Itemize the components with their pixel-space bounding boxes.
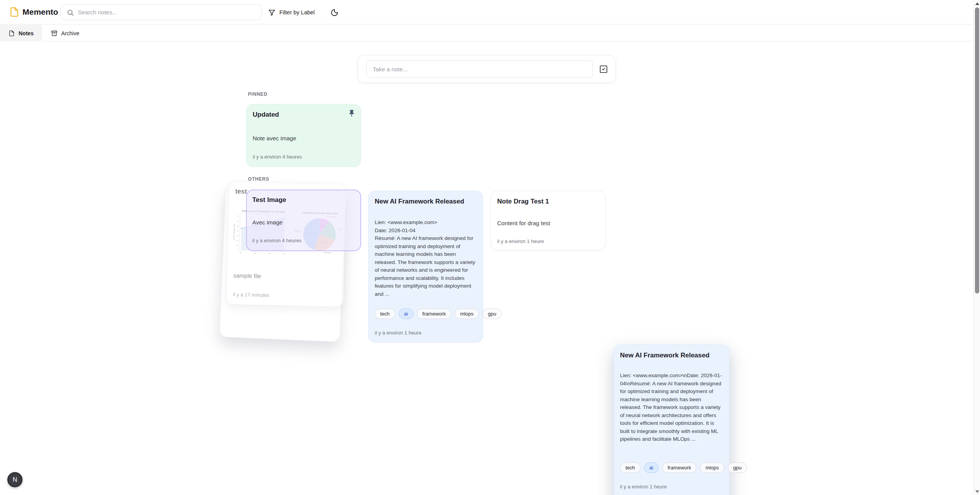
checklist-toggle-button[interactable] (599, 65, 608, 74)
app-title: Memento (22, 7, 58, 17)
note-content: Content for drag test (497, 219, 600, 227)
note-title: Note Drag Test 1 (497, 197, 590, 206)
scrollbar-thumb[interactable] (975, 7, 979, 293)
tag-framework[interactable]: framework (417, 309, 451, 319)
note-content: sample file (233, 271, 338, 282)
note-title: New AI Framework Released (620, 351, 714, 360)
header: Memento Filter by Label (0, 0, 980, 24)
note-title: Test Image (252, 196, 345, 204)
moon-icon (331, 9, 339, 17)
tag-tech[interactable]: tech (620, 462, 641, 473)
svg-text:60: 60 (237, 220, 239, 222)
note-file-icon (9, 30, 15, 36)
note-content: Note avec image (253, 134, 355, 142)
search-box (60, 4, 262, 20)
tag-framework[interactable]: framework (662, 462, 697, 473)
app-window: Memento Filter by Label Notes (0, 0, 980, 495)
tag-gpu[interactable]: gpu (728, 462, 747, 473)
tab-notes-label: Notes (19, 30, 34, 36)
svg-text:Q2: Q2 (254, 252, 257, 254)
svg-text:20: 20 (236, 240, 239, 241)
tag-ai[interactable]: ai (644, 462, 659, 473)
tag-row: tech ai framework mlops gpu (375, 309, 479, 319)
search-input[interactable] (78, 5, 256, 19)
tag-tech[interactable]: tech (375, 309, 395, 319)
pinned-section-label: PINNED (248, 91, 267, 97)
tab-bar: Notes Archive (0, 25, 980, 41)
note-timestamp: il y a environ 4 heures (252, 238, 301, 243)
square-check-icon (599, 65, 608, 74)
archive-icon (51, 30, 57, 36)
svg-text:0: 0 (237, 249, 238, 251)
filter-by-label-button[interactable]: Filter by Label (268, 6, 315, 19)
tag-mlops[interactable]: mlops (455, 309, 479, 319)
app-logo-file-icon (9, 7, 19, 17)
note-title: Updated (253, 110, 345, 119)
note-timestamp: il y a environ 1 heure (497, 238, 544, 244)
tab-archive[interactable]: Archive (43, 25, 88, 41)
svg-text:Q4: Q4 (282, 253, 285, 255)
note-composer (358, 55, 616, 83)
note-timestamp: il y a environ 1 heure (620, 484, 667, 490)
others-section-label: OTHERS (248, 176, 269, 182)
note-timestamp: il y a environ 4 heures (253, 154, 302, 160)
svg-text:30: 30 (236, 235, 239, 236)
user-avatar[interactable]: N (7, 472, 22, 487)
pin-icon[interactable] (348, 109, 356, 117)
search-icon (67, 9, 74, 16)
drag-overlay-note-card[interactable]: New AI Framework Released Lien: <www.exa… (613, 345, 730, 495)
note-timestamp: il y a environ 1 heure (375, 330, 422, 336)
note-content: Lien: <www.example.com>\nDate: 2026-01-0… (620, 372, 724, 443)
note-card-drag-test-1[interactable]: Note Drag Test 1 Content for drag test i… (491, 191, 606, 250)
tag-gpu[interactable]: gpu (482, 309, 502, 319)
note-timestamp: il y a 17 minutes (233, 291, 269, 298)
note-title: New AI Framework Released (375, 197, 467, 206)
svg-text:50: 50 (237, 225, 239, 227)
note-card-updated[interactable]: Updated Note avec image il y a environ 4… (246, 104, 361, 167)
vertical-scrollbar[interactable] (973, 0, 980, 495)
svg-text:Q1: Q1 (239, 252, 242, 254)
svg-text:Q3: Q3 (268, 252, 271, 254)
tag-row: tech ai framework mlops gpu (620, 462, 725, 473)
tag-ai[interactable]: ai (399, 309, 413, 319)
tab-notes[interactable]: Notes (0, 25, 42, 41)
funnel-icon (268, 9, 276, 16)
note-content: Avec image (252, 218, 355, 226)
svg-text:40: 40 (237, 230, 239, 232)
scrollbar-down-arrow-icon[interactable] (975, 490, 979, 493)
tab-archive-label: Archive (61, 30, 79, 36)
note-content: Lien: <www.example.com> Date: 2026-01-04… (375, 219, 477, 298)
dark-mode-toggle[interactable] (329, 7, 340, 18)
note-card-test-image-drop-target[interactable]: Test Image Avec image il y a environ 4 h… (246, 190, 361, 251)
svg-text:10: 10 (236, 245, 239, 247)
svg-text:Services: Services (324, 251, 332, 254)
scrollbar-up-arrow-icon[interactable] (975, 2, 979, 5)
tag-mlops[interactable]: mlops (700, 462, 724, 473)
svg-text:70: 70 (237, 215, 239, 217)
filter-by-label-text: Filter by Label (279, 9, 315, 16)
line-chart-ylabel: Chiffre d'affaires (M€) (233, 223, 235, 240)
note-card-new-ai-framework[interactable]: New AI Framework Released Lien: <www.exa… (368, 191, 483, 343)
take-a-note-input[interactable] (366, 60, 593, 78)
